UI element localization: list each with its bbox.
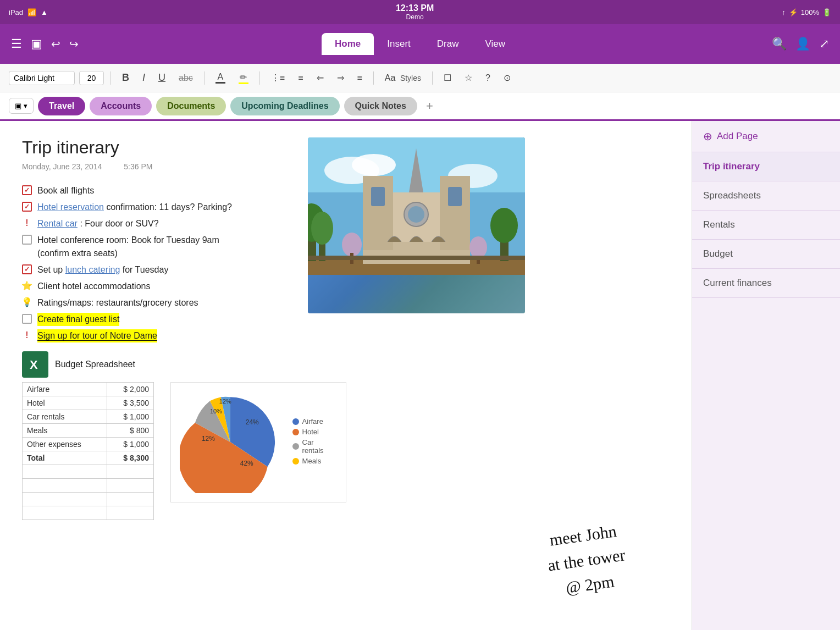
italic-button[interactable]: I xyxy=(138,70,150,86)
help-button[interactable]: ? xyxy=(481,71,495,85)
bullet-list-button[interactable]: ⋮≡ xyxy=(267,70,289,85)
checkbox-9[interactable]: ! xyxy=(22,330,32,340)
svg-text:X: X xyxy=(30,358,38,372)
font-color-button[interactable]: A xyxy=(211,70,230,86)
indent-inc-button[interactable]: ⇒ xyxy=(333,70,349,85)
more-button[interactable]: ⊙ xyxy=(499,70,515,85)
status-bar: iPad 📶 ▲ 12:13 PM Demo ↑ ⚡ 100% 🔋 xyxy=(0,0,840,24)
format-bar: B I U abc A ✏ ⋮≡ ≡ ⇐ ⇒ ≡ Aa Styles ☐ ☆ ?… xyxy=(0,64,840,92)
checkbox-7[interactable]: 💡 xyxy=(22,297,32,307)
svg-text:12%: 12% xyxy=(202,435,215,443)
bold-button[interactable]: B xyxy=(118,70,134,86)
notebook-button[interactable]: ▣ xyxy=(31,37,42,51)
legend-label-hotel: Hotel xyxy=(302,428,319,436)
svg-point-24 xyxy=(469,236,487,258)
tab-home[interactable]: Home xyxy=(322,33,374,55)
checkbox-2[interactable] xyxy=(22,202,32,212)
undo-button[interactable]: ↩ xyxy=(51,37,60,51)
search-button[interactable]: 🔍 xyxy=(772,37,787,51)
tab-draw[interactable]: Draw xyxy=(424,33,472,55)
add-page-button[interactable]: ⊕ Add Page xyxy=(692,121,840,152)
checkbox-6[interactable]: ⭐ xyxy=(22,281,32,291)
checkbox-8[interactable] xyxy=(22,314,32,324)
toolbar-right: 🔍 👤 ⤢ xyxy=(525,37,829,51)
sidebar-item-rentals[interactable]: Rentals xyxy=(692,211,840,240)
number-list-button[interactable]: ≡ xyxy=(294,71,307,85)
checkbox-button[interactable]: ☐ xyxy=(439,70,456,85)
page-content: Trip itinerary Monday, June 23, 2014 5:3… xyxy=(0,121,692,630)
sidebar-item-trip-itinerary[interactable]: Trip itinerary xyxy=(692,152,840,181)
sidebar-item-spreadsheets[interactable]: Spreadsheets xyxy=(692,181,840,211)
item-text-1: Book all flights xyxy=(37,184,94,197)
hotel-link[interactable]: Hotel reservation xyxy=(37,202,104,212)
pie-chart: 24% 42% 12% 10% 12% xyxy=(180,391,281,493)
tab-documents[interactable]: Documents xyxy=(156,97,226,115)
table-row-empty xyxy=(23,479,154,493)
tab-view[interactable]: View xyxy=(472,33,518,55)
add-user-button[interactable]: 👤 xyxy=(795,37,810,51)
checkbox-3[interactable]: ! xyxy=(22,218,32,228)
budget-table: Airfare $ 2,000 Hotel $ 3,500 Car rental… xyxy=(22,382,154,520)
styles-button[interactable]: Aa Styles xyxy=(380,71,425,85)
chevron-down-icon: ▾ xyxy=(24,102,27,110)
legend-dot-meals xyxy=(292,458,299,465)
align-button[interactable]: ≡ xyxy=(353,71,367,85)
checkbox-4[interactable] xyxy=(22,235,32,245)
table-cell: $ 2,000 xyxy=(107,383,154,396)
table-cell: Car rentals xyxy=(23,410,107,424)
checkbox-5[interactable] xyxy=(22,264,32,274)
add-tab-button[interactable]: + xyxy=(422,97,438,115)
rental-link[interactable]: Rental car xyxy=(37,219,78,228)
attachment-name[interactable]: Budget Spreadsheet xyxy=(55,360,135,369)
table-cell: $ 1,000 xyxy=(107,438,154,451)
strikethrough-button[interactable]: abc xyxy=(174,71,197,85)
notebook-icon-button[interactable]: ▣ ▾ xyxy=(9,98,34,114)
add-page-icon: ⊕ xyxy=(703,130,712,143)
redo-button[interactable]: ↪ xyxy=(69,37,79,51)
hamburger-button[interactable]: ☰ xyxy=(11,37,22,51)
table-row-empty xyxy=(23,493,154,506)
highlight-bar xyxy=(239,82,248,84)
tab-insert[interactable]: Insert xyxy=(374,33,424,55)
svg-point-16 xyxy=(408,206,424,223)
sidebar: ⊕ Add Page Trip itinerary Spreadsheets R… xyxy=(692,121,840,630)
tab-travel[interactable]: Travel xyxy=(38,97,85,115)
highlight-button[interactable]: ✏ xyxy=(234,70,253,86)
list-item: Set up lunch catering for Tuesday xyxy=(22,263,308,277)
divider-2 xyxy=(204,71,205,85)
font-size-input[interactable] xyxy=(79,71,104,85)
sidebar-item-label: Trip itinerary xyxy=(703,161,760,172)
legend-meals: Meals xyxy=(292,457,337,465)
toolbar: ☰ ▣ ↩ ↪ Home Insert Draw View 🔍 👤 ⤢ xyxy=(0,24,840,64)
checkbox-1[interactable] xyxy=(22,185,32,195)
list-item: ! Rental car : Four door or SUV? xyxy=(22,217,308,230)
star-button[interactable]: ☆ xyxy=(460,70,477,85)
underline-button[interactable]: U xyxy=(154,70,170,86)
tab-accounts[interactable]: Accounts xyxy=(90,97,152,115)
table-row-total: Total $ 8,300 xyxy=(23,451,154,465)
checklist: Book all flights Hotel reservation confi… xyxy=(22,184,308,342)
svg-text:12%: 12% xyxy=(219,398,231,405)
page-time: 5:36 PM xyxy=(124,162,152,171)
handwriting-note: meet Johnat the tower@ 2pm xyxy=(543,518,631,602)
svg-point-12 xyxy=(490,208,518,243)
status-right: ↑ ⚡ 100% 🔋 xyxy=(782,8,831,16)
list-item: Hotel reservation confirmation: 11 days?… xyxy=(22,201,308,214)
sidebar-item-current-finances[interactable]: Current finances xyxy=(692,269,840,298)
indent-dec-button[interactable]: ⇐ xyxy=(312,70,328,85)
tab-upcoming-deadlines[interactable]: Upcoming Deadlines xyxy=(230,97,339,115)
pie-chart-container: 24% 42% 12% 10% 12% Airfare Hotel xyxy=(170,382,346,502)
expand-button[interactable]: ⤢ xyxy=(819,37,829,51)
table-row-empty xyxy=(23,465,154,479)
catering-link[interactable]: lunch catering xyxy=(65,265,120,274)
legend-car-rentals: Car rentals xyxy=(292,438,337,455)
sidebar-item-label: Rentals xyxy=(703,219,735,230)
tab-quick-notes[interactable]: Quick Notes xyxy=(344,97,417,115)
list-item: ! Sign up for tour of Notre Dame xyxy=(22,329,308,342)
signal-icon: ▲ xyxy=(41,8,48,16)
font-selector[interactable] xyxy=(9,71,75,85)
table-row: Other expenses $ 1,000 xyxy=(23,438,154,451)
item-text-8: Create final guest list xyxy=(37,313,119,326)
sidebar-item-budget[interactable]: Budget xyxy=(692,240,840,269)
sidebar-item-label: Spreadsheets xyxy=(703,190,761,201)
